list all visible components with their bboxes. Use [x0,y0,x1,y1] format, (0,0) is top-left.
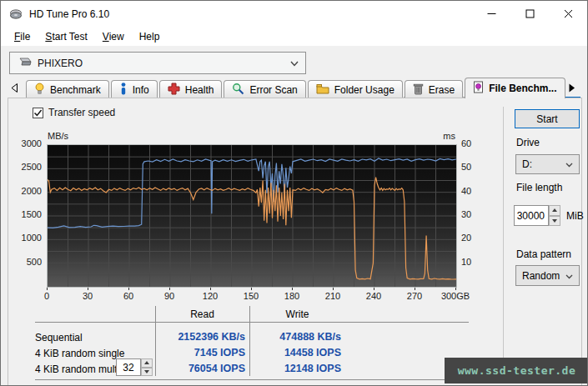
minimize-button[interactable] [472,1,510,27]
thread-count-input[interactable]: 32 [116,358,141,376]
health-cross-icon [168,83,180,98]
tab-scroll-left-button[interactable] [8,81,21,95]
results-read-value: 7145 IOPS [159,347,245,358]
results-divider [249,306,250,376]
panel-divider [503,107,504,380]
file-length-decrement-button[interactable] [549,216,560,227]
tab-label: Error Scan [249,84,297,96]
menu-start-test[interactable]: Start Test [38,28,94,45]
tab-health[interactable]: Health [159,80,223,98]
x-axis-tick: 30 [71,291,104,301]
y-axis-left-tick: 2500 [13,162,42,172]
menubar: File Start Test View Help [1,27,587,46]
drive-selector-dropdown[interactable]: PHIXERO [9,52,306,74]
x-axis-tick: 180 [275,291,309,301]
app-disk-icon [9,8,23,21]
checkbox-check-icon [33,108,43,118]
transfer-speed-label: Transfer speed [48,107,115,118]
x-axis-tick-mark [251,288,252,290]
magnifier-icon [232,83,244,98]
y-axis-right-tick: 50 [461,162,471,172]
x-axis-tick: 60 [112,291,145,301]
results-row-label: 4 KiB random single [35,348,124,359]
data-pattern-dropdown[interactable]: Random [515,265,580,286]
results-write-value: 474888 KB/s [254,331,341,343]
x-axis-tick: 0 [30,291,63,301]
data-pattern-label: Data pattern [516,248,571,260]
tab-label: Benchmark [50,84,101,96]
titlebar: HD Tune Pro 6.10 [1,1,587,27]
x-axis-tick: 90 [153,291,186,301]
results-divider [35,379,469,380]
x-axis-tick: 120 [193,291,227,301]
x-axis-tick: 300GB [434,291,477,301]
tab-strip: Benchmark Info Health Error Scan Folder … [1,78,587,98]
x-axis-tick-mark [169,288,170,290]
x-axis-tick-mark [333,288,334,290]
menu-view[interactable]: View [95,28,132,45]
x-axis-tick-mark [455,288,456,290]
results-read-value: 76054 IOPS [159,363,245,374]
chart-plot [47,144,457,288]
x-axis-tick: 210 [316,291,349,301]
close-button[interactable] [549,1,587,27]
y-axis-left-unit: MB/s [48,131,68,141]
chevron-down-icon [565,270,573,282]
results-row-label: 4 KiB random multi [35,363,119,375]
x-axis-tick-mark [88,288,88,290]
results-read-header: Read [159,308,245,320]
tab-erase[interactable]: Erase [405,80,463,98]
x-axis-tick-mark [210,288,211,290]
x-axis-tick-mark [415,288,415,290]
x-axis-tick: 150 [234,291,268,301]
x-axis-tick: 270 [398,291,431,301]
results-write-value: 12148 IOPS [254,363,341,374]
menu-help[interactable]: Help [132,28,168,45]
toolbar: PHIXERO 96°F [1,46,587,78]
menu-file[interactable]: File [7,28,38,45]
maximize-button[interactable] [510,1,549,27]
window-title: HD Tune Pro 6.10 [29,8,109,20]
x-axis-tick-mark [128,288,129,290]
app-window: HD Tune Pro 6.10 File Start Test View He… [0,0,588,386]
results-write-value: 14458 IOPS [254,347,341,358]
tab-benchmark[interactable]: Benchmark [26,80,109,98]
tab-folder-usage[interactable]: Folder Usage [308,80,403,98]
data-pattern-value: Random [522,270,560,282]
file-length-increment-button[interactable] [549,205,560,216]
tab-scroll-right-button[interactable] [565,81,578,95]
results-write-header: Write [254,308,341,320]
thread-count-decrement-button[interactable] [141,368,153,377]
tab-file-benchmark[interactable]: File Benchm... [465,78,565,98]
y-axis-right-unit: ms [435,131,455,141]
folder-icon [316,83,329,97]
file-length-input[interactable]: 30000 [514,205,549,226]
thread-count-increment-button[interactable] [141,358,153,368]
x-axis-tick-mark [47,288,48,290]
y-axis-left-tick: 3000 [13,138,42,148]
chart-area: MB/s ms 30002500200015001000500605040302… [13,130,501,302]
results-read-value: 2152396 KB/s [159,331,245,343]
y-axis-right-tick: 20 [461,233,471,243]
drive-selector-value: PHIXERO [38,58,83,69]
x-axis-tick-mark [374,288,374,290]
chevron-down-icon [565,158,573,170]
results-divider [155,306,156,376]
file-length-unit: MiB [566,210,584,222]
drive-dropdown[interactable]: D: [515,154,580,174]
trash-icon [413,83,424,98]
file-length-label: File length [516,182,562,193]
y-axis-right-tick: 30 [461,209,471,219]
chevron-down-icon [290,58,299,69]
x-axis-tick: 240 [357,291,390,301]
tab-error-scan[interactable]: Error Scan [224,80,305,98]
tab-label: Erase [429,84,455,96]
watermark: www.ssd-tester.de [445,358,588,383]
results-row-label: Sequential [35,332,83,343]
y-axis-right-tick: 10 [461,257,471,267]
start-button[interactable]: Start [515,109,580,128]
chart-canvas [48,145,456,287]
transfer-speed-checkbox[interactable]: Transfer speed [33,107,115,118]
tab-info[interactable]: Info [111,80,158,98]
y-axis-left-tick: 1500 [13,209,42,219]
